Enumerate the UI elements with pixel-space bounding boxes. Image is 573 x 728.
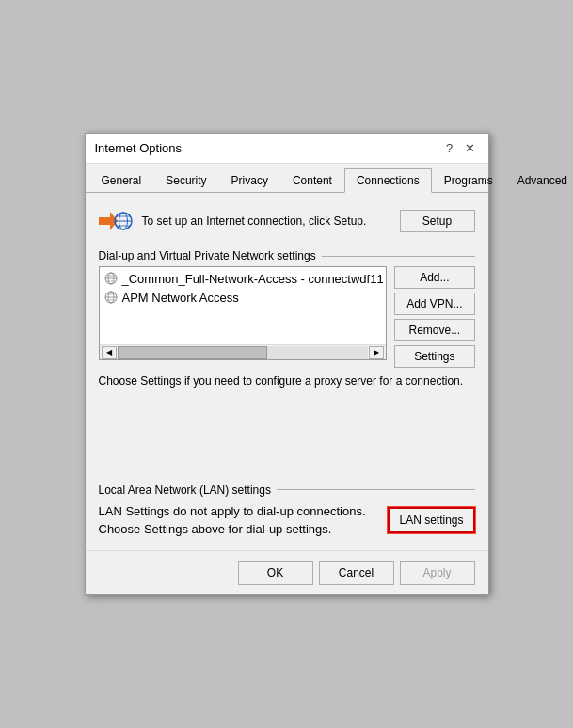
tab-security[interactable]: Security — [153, 168, 218, 193]
list-item-text-1: _Common_Full-Network-Access - connectwdf… — [122, 272, 384, 286]
bottom-bar: OK Cancel Apply — [86, 550, 488, 594]
network-icon-2 — [103, 290, 119, 305]
lan-settings-button[interactable]: LAN settings — [388, 507, 474, 533]
tab-advanced[interactable]: Advanced — [505, 168, 573, 193]
scroll-left-button[interactable]: ◀ — [102, 346, 117, 359]
lan-section-label: Local Area Network (LAN) settings — [99, 483, 475, 497]
network-area: _Common_Full-Network-Access - connectwdf… — [99, 266, 475, 368]
title-bar-left: Internet Options — [95, 141, 183, 155]
network-list[interactable]: _Common_Full-Network-Access - connectwdf… — [100, 267, 387, 344]
dialog-window: Internet Options ? ✕ General Security Pr… — [85, 133, 489, 595]
tab-general[interactable]: General — [89, 168, 154, 193]
network-buttons: Add... Add VPN... Remove... Settings — [394, 266, 474, 368]
setup-button[interactable]: Setup — [400, 210, 475, 232]
remove-button[interactable]: Remove... — [394, 319, 474, 341]
network-icon-1 — [103, 271, 119, 286]
lan-content: LAN Settings do not apply to dial-up con… — [99, 502, 475, 539]
scroll-track[interactable] — [118, 346, 369, 359]
scroll-thumb[interactable] — [118, 346, 268, 359]
list-item-text-2: APM Network Access — [122, 291, 239, 305]
setup-section: To set up an Internet connection, click … — [99, 204, 475, 238]
dialup-section-label: Dial-up and Virtual Private Network sett… — [99, 249, 475, 262]
lan-text: LAN Settings do not apply to dial-up con… — [99, 502, 381, 539]
window-title: Internet Options — [95, 141, 183, 155]
globe-icon — [99, 204, 133, 238]
close-button[interactable]: ✕ — [462, 140, 479, 157]
list-item[interactable]: APM Network Access — [100, 288, 387, 307]
list-item[interactable]: _Common_Full-Network-Access - connectwdf… — [100, 269, 387, 288]
setup-text: To set up an Internet connection, click … — [142, 214, 390, 229]
horizontal-scrollbar[interactable]: ◀ ▶ — [100, 344, 387, 359]
add-button[interactable]: Add... — [394, 266, 474, 289]
add-vpn-button[interactable]: Add VPN... — [394, 293, 474, 315]
help-button[interactable]: ? — [441, 140, 458, 157]
settings-button[interactable]: Settings — [394, 345, 474, 368]
tab-connections[interactable]: Connections — [344, 168, 432, 193]
cancel-button[interactable]: Cancel — [319, 561, 394, 585]
hint-text: Choose Settings if you need to configure… — [99, 373, 475, 389]
tab-bar: General Security Privacy Content Connect… — [86, 164, 488, 193]
title-bar: Internet Options ? ✕ — [86, 134, 488, 164]
network-list-container: _Common_Full-Network-Access - connectwdf… — [99, 266, 388, 360]
apply-button[interactable]: Apply — [400, 561, 475, 585]
tab-content-area: To set up an Internet connection, click … — [86, 193, 488, 550]
scroll-right-button[interactable]: ▶ — [369, 346, 384, 359]
tab-content[interactable]: Content — [280, 168, 344, 193]
tab-programs[interactable]: Programs — [432, 168, 505, 193]
ok-button[interactable]: OK — [238, 561, 313, 585]
lan-text-line1: LAN Settings do not apply to dial-up con… — [99, 504, 366, 518]
title-actions: ? ✕ — [441, 140, 479, 157]
tab-privacy[interactable]: Privacy — [219, 168, 280, 193]
lan-text-line2: Choose Settings above for dial-up settin… — [99, 522, 332, 536]
lan-section: Local Area Network (LAN) settings LAN Se… — [99, 483, 475, 539]
